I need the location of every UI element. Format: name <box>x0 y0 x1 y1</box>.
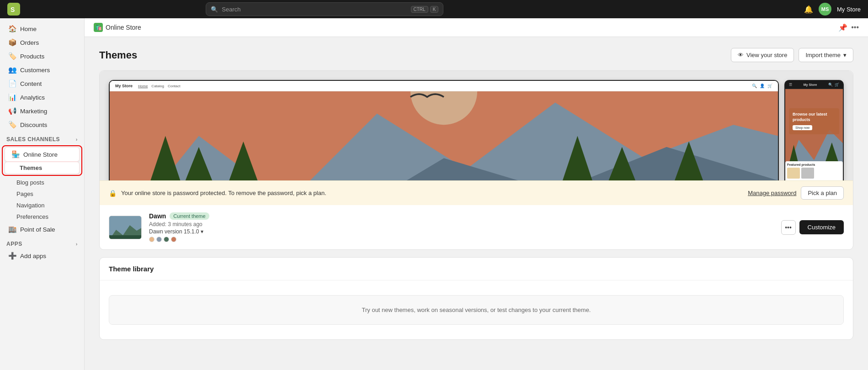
sidebar-item-online-store[interactable]: 🏪 Online Store <box>5 147 80 162</box>
chevron-right-icon: › <box>76 137 78 142</box>
mobile-products-row <box>787 168 841 179</box>
preview-desktop-body <box>110 91 778 180</box>
preview-desktop: My Store Home Catalog Contact 🔍 👤 🛒 <box>109 80 779 180</box>
sidebar-item-marketing[interactable]: 📢 Marketing <box>2 104 82 118</box>
swatch-2 <box>156 237 162 242</box>
orders-icon: 📦 <box>8 38 16 47</box>
avatar[interactable]: MS <box>819 3 831 16</box>
sidebar-label-online-store: Online Store <box>23 151 58 158</box>
sidebar-item-preferences[interactable]: Preferences <box>2 211 82 222</box>
pick-plan-button[interactable]: Pick a plan <box>801 186 844 200</box>
topbar-actions: 🔔 MS My Store <box>804 3 861 16</box>
blog-posts-label: Blog posts <box>16 179 44 186</box>
theme-name-row: Dawn Current theme <box>149 212 774 220</box>
home-icon: 🏠 <box>8 25 16 33</box>
svg-rect-22 <box>109 235 142 239</box>
swatch-4 <box>171 237 176 242</box>
search-icon: 🔍 <box>211 6 218 13</box>
hamburger-icon: ☰ <box>789 83 792 87</box>
preview-mobile: ☰ My Store 🔍 🛒 <box>784 80 844 180</box>
products-icon: 🏷️ <box>8 52 16 60</box>
sidebar-item-themes[interactable]: Themes <box>5 162 80 174</box>
mobile-product-1 <box>787 168 800 179</box>
theme-library-card: Theme library Try out new themes, work o… <box>99 257 853 340</box>
theme-version[interactable]: Dawn version 15.1.0 ▾ <box>149 228 774 235</box>
password-message: Your online store is password protected.… <box>121 190 743 196</box>
theme-preview-images: My Store Home Catalog Contact 🔍 👤 🛒 <box>100 71 853 180</box>
sidebar-item-products[interactable]: 🏷️ Products <box>2 49 82 63</box>
search-bar[interactable]: 🔍 Search CTRL K <box>206 2 443 16</box>
content-area: Themes 👁 View your store Import theme ▾ <box>85 37 868 370</box>
sidebar-item-blog-posts[interactable]: Blog posts <box>2 177 82 188</box>
mobile-featured-title: Featured products <box>787 163 841 166</box>
pin-icon[interactable]: 📌 <box>838 23 847 32</box>
theme-preview-card: My Store Home Catalog Contact 🔍 👤 🛒 <box>99 70 853 250</box>
apps-header[interactable]: Apps › <box>0 236 84 249</box>
sales-channels-header[interactable]: Sales channels › <box>0 132 84 144</box>
chevron-down-small-icon: ▾ <box>201 228 203 235</box>
theme-actions: ••• Customize <box>781 220 844 235</box>
sidebar-item-orders[interactable]: 📦 Orders <box>2 36 82 49</box>
sidebar-label-products: Products <box>20 53 44 60</box>
sidebar-item-point-of-sale[interactable]: 🏬 Point of Sale <box>2 222 82 236</box>
sidebar-label-analytics: Analytics <box>20 94 45 101</box>
customize-button[interactable]: Customize <box>799 220 844 234</box>
preview-nav-catalog: Catalog <box>151 84 164 88</box>
theme-library-empty-box: Try out new themes, work on seasonal ver… <box>109 295 844 325</box>
shopify-logo[interactable]: S <box>7 3 23 16</box>
content-icon: 📄 <box>8 79 16 88</box>
header-more-icon[interactable]: ••• <box>851 23 859 32</box>
sidebar-label-pos: Point of Sale <box>20 226 55 233</box>
preview-nav-contact: Contact <box>168 84 181 88</box>
page-header-actions: 📌 ••• <box>838 23 859 32</box>
preview-person-icon: 👤 <box>760 84 765 88</box>
preview-desktop-nav: My Store Home Catalog Contact 🔍 👤 🛒 <box>110 81 778 91</box>
sidebar-item-customers[interactable]: 👥 Customers <box>2 63 82 77</box>
mobile-cart-icon: 🛒 <box>835 83 839 87</box>
theme-name: Dawn <box>149 212 166 220</box>
mobile-nav-icons: 🔍 🛒 <box>828 83 839 87</box>
ctrl-key: CTRL <box>411 6 428 13</box>
page-title: Themes <box>99 49 137 61</box>
analytics-icon: 📊 <box>8 93 16 101</box>
swatch-3 <box>164 237 169 242</box>
page-header-bar: 🛍️ Online Store 📌 ••• <box>85 18 868 37</box>
sidebar-item-home[interactable]: 🏠 Home <box>2 22 82 36</box>
theme-library-empty: Try out new themes, work on seasonal ver… <box>100 280 853 339</box>
sidebar-item-add-apps[interactable]: ➕ Add apps <box>2 249 82 263</box>
discounts-icon: 🏷️ <box>8 121 16 129</box>
online-store-group: 🏪 Online Store Themes <box>2 145 82 176</box>
mobile-hero-text: Browse our latest products <box>793 112 836 122</box>
sidebar: 🏠 Home 📦 Orders 🏷️ Products 👥 Customers … <box>0 18 85 370</box>
mobile-featured-section: Featured products <box>785 161 843 180</box>
marketing-icon: 📢 <box>8 107 16 115</box>
k-key: K <box>430 6 439 13</box>
import-theme-button[interactable]: Import theme ▾ <box>799 48 853 62</box>
sidebar-label-orders: Orders <box>20 39 39 46</box>
preview-nav-home: Home <box>138 84 148 88</box>
theme-thumbnail <box>109 216 142 239</box>
sidebar-item-navigation[interactable]: Navigation <box>2 200 82 211</box>
theme-library-empty-message: Try out new themes, work on seasonal ver… <box>362 307 591 313</box>
sidebar-item-pages[interactable]: Pages <box>2 188 82 200</box>
pages-label: Pages <box>16 190 33 197</box>
breadcrumb-icon: 🛍️ <box>94 23 103 32</box>
current-theme-badge: Current theme <box>170 212 209 220</box>
sidebar-item-discounts[interactable]: 🏷️ Discounts <box>2 118 82 132</box>
sidebar-item-content[interactable]: 📄 Content <box>2 77 82 90</box>
manage-password-link[interactable]: Manage password <box>748 190 796 196</box>
theme-library-header: Theme library <box>100 258 853 280</box>
preview-logo: My Store <box>115 84 133 88</box>
theme-info: Dawn Current theme Added: 3 minutes ago … <box>149 212 774 242</box>
sidebar-label-discounts: Discounts <box>20 122 47 128</box>
sidebar-label-marketing: Marketing <box>20 108 47 115</box>
topbar: S 🔍 Search CTRL K 🔔 MS My Store <box>0 0 868 18</box>
themes-label: Themes <box>20 164 42 171</box>
view-store-button[interactable]: 👁 View your store <box>731 48 794 62</box>
theme-more-button[interactable]: ••• <box>781 220 796 235</box>
mobile-logo: My Store <box>804 83 817 86</box>
sidebar-item-analytics[interactable]: 📊 Analytics <box>2 90 82 104</box>
preview-nav-links: Home Catalog Contact <box>138 84 181 88</box>
notifications-icon[interactable]: 🔔 <box>804 5 813 14</box>
preview-search-icon: 🔍 <box>752 84 757 88</box>
